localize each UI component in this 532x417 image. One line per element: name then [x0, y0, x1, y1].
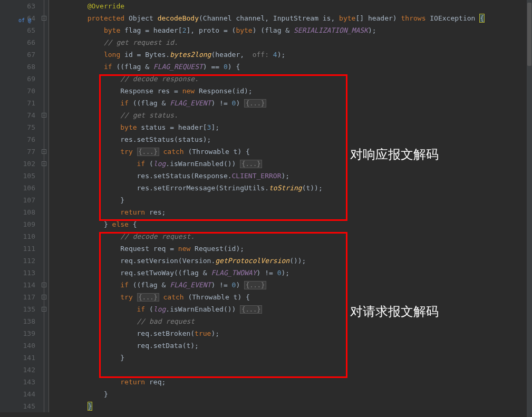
code-line[interactable]: byte flag = header[2], proto = (byte) (f…: [54, 24, 532, 36]
code-line[interactable]: }: [54, 352, 532, 364]
fold-expand-icon[interactable]: +: [42, 295, 46, 299]
code-line[interactable]: res.setStatus(status);: [54, 133, 532, 146]
code-line[interactable]: return req;: [54, 376, 532, 388]
code-line[interactable]: // decode request.: [54, 230, 532, 243]
code-line[interactable]: req.setBroken(true);: [54, 327, 532, 340]
line-number: 135: [0, 303, 35, 315]
line-number: 102: [0, 158, 35, 170]
request-annotation: 对请求报文解码: [350, 303, 439, 320]
scrollbar-thumb[interactable]: [527, 3, 531, 66]
line-number: 138: [0, 315, 35, 327]
code-line[interactable]: // bad request: [54, 315, 532, 327]
code-line[interactable]: try {...} catch (Throwable t) {: [54, 291, 532, 303]
code-line[interactable]: }: [54, 400, 532, 412]
line-number: 111: [0, 243, 35, 255]
line-number: 139: [0, 327, 35, 340]
line-number: 64of @: [0, 12, 35, 24]
code-line[interactable]: Request req = new Request(id);: [54, 243, 532, 255]
line-number: 106: [0, 182, 35, 194]
code-line[interactable]: Response res = new Response(id);: [54, 85, 532, 97]
line-number: 112: [0, 255, 35, 267]
fold-expand-icon[interactable]: +: [42, 307, 46, 312]
line-number: 109: [0, 218, 35, 230]
line-number: 114: [0, 279, 35, 291]
code-line[interactable]: if ((flag & FLAG_EVENT) != 0) {...}: [54, 97, 532, 109]
code-line[interactable]: byte status = header[3];: [54, 121, 532, 133]
code-line[interactable]: req.setData(t);: [54, 340, 532, 352]
line-number: 74: [0, 109, 35, 121]
code-line[interactable]: if ((flag & FLAG_EVENT) != 0) {...}: [54, 279, 532, 291]
line-number: 71: [0, 97, 35, 109]
line-number: 68: [0, 61, 35, 73]
code-line[interactable]: res.setErrorMessage(StringUtils.toString…: [54, 182, 532, 194]
line-number: 63: [0, 0, 35, 12]
response-annotation: 对响应报文解码: [350, 146, 439, 163]
code-area[interactable]: @Override protected Object decodeBody(Ch…: [49, 0, 532, 412]
code-editor[interactable]: 6364of @65666768697071747576771021051061…: [0, 0, 532, 412]
fold-column[interactable]: −++++++: [40, 0, 49, 412]
line-number: 141: [0, 352, 35, 364]
code-line[interactable]: }: [54, 388, 532, 400]
line-number: 77: [0, 146, 35, 158]
code-line[interactable]: long id = Bytes.bytes2long(header, off: …: [54, 49, 532, 61]
code-line[interactable]: } else {: [54, 218, 532, 230]
line-number: 110: [0, 230, 35, 243]
code-line[interactable]: }: [54, 194, 532, 206]
code-line[interactable]: // decode response.: [54, 73, 532, 85]
fold-collapse-icon[interactable]: −: [42, 16, 46, 21]
code-line[interactable]: // get request id.: [54, 36, 532, 49]
code-line[interactable]: req.setTwoWay((flag & FLAG_TWOWAY) != 0)…: [54, 267, 532, 279]
code-line[interactable]: if (log.isWarnEnabled()) {...}: [54, 303, 532, 315]
code-line[interactable]: // get status.: [54, 109, 532, 121]
line-number: 69: [0, 73, 35, 85]
line-number: 108: [0, 206, 35, 218]
line-number: 75: [0, 121, 35, 133]
vertical-scrollbar[interactable]: [527, 0, 532, 417]
line-number-gutter: 6364of @65666768697071747576771021051061…: [0, 0, 40, 412]
line-number: 67: [0, 49, 35, 61]
fold-expand-icon[interactable]: +: [42, 161, 46, 166]
code-line[interactable]: if (log.isWarnEnabled()) {...}: [54, 158, 532, 170]
line-number: 107: [0, 194, 35, 206]
line-number: 76: [0, 133, 35, 146]
fold-expand-icon[interactable]: +: [42, 283, 46, 287]
code-line[interactable]: req.setVersion(Version.getProtocolVersio…: [54, 255, 532, 267]
code-line[interactable]: res.setStatus(Response.CLIENT_ERROR);: [54, 170, 532, 182]
code-line[interactable]: return res;: [54, 206, 532, 218]
line-number: 66: [0, 36, 35, 49]
line-number: 140: [0, 340, 35, 352]
line-number: 65: [0, 24, 35, 36]
fold-expand-icon[interactable]: +: [42, 149, 46, 154]
line-number: 145: [0, 400, 35, 412]
line-number: 113: [0, 267, 35, 279]
line-number: 144: [0, 388, 35, 400]
code-line[interactable]: protected Object decodeBody(Channel chan…: [54, 12, 532, 24]
line-number: 142: [0, 364, 35, 376]
line-number: 117: [0, 291, 35, 303]
line-number: 143: [0, 376, 35, 388]
line-number: 105: [0, 170, 35, 182]
line-number: 70: [0, 85, 35, 97]
code-line[interactable]: @Override: [54, 0, 532, 12]
code-line[interactable]: [54, 364, 532, 376]
fold-expand-icon[interactable]: +: [42, 113, 46, 118]
code-line[interactable]: try {...} catch (Throwable t) {: [54, 146, 532, 158]
code-line[interactable]: if ((flag & FLAG_REQUEST) == 0) {: [54, 61, 532, 73]
